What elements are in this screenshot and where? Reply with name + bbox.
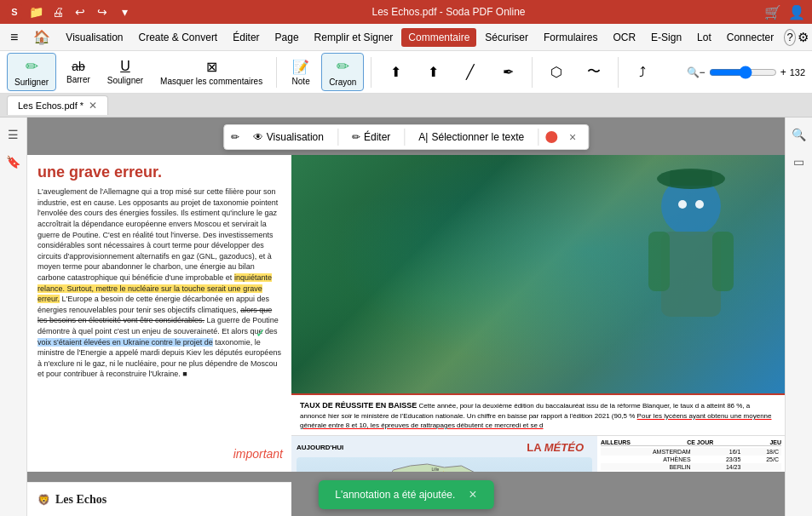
main-area: ☰ 🔖 ✏ 👁 Visualisation ✏ Éditer A| Sélect…	[0, 118, 812, 516]
ann-visualisation-btn[interactable]: 👁 Visualisation	[246, 129, 331, 146]
user-icon[interactable]: 👤	[788, 3, 805, 20]
undo-icon[interactable]: ↩	[72, 3, 89, 20]
ann-sep3	[538, 129, 538, 146]
tab-bar: Les Echos.pdf * ✕	[0, 94, 812, 118]
souligner-tool[interactable]: U Souligner	[101, 55, 150, 89]
menu-securiser[interactable]: Sécuriser	[478, 28, 535, 47]
cart-icon[interactable]: 🛒	[764, 3, 781, 20]
hamburger-menu[interactable]: ≡	[3, 26, 25, 49]
svg-rect-5	[670, 170, 712, 186]
soda-logo[interactable]: S	[7, 4, 22, 20]
city-athens: ATHÈNES	[601, 456, 694, 463]
redo-icon[interactable]: ↪	[94, 3, 111, 20]
crayon-tool[interactable]: ✏ Crayon	[321, 53, 364, 91]
wave-tool[interactable]: 〜	[577, 60, 611, 84]
svg-text:25: 25	[432, 471, 437, 472]
settings-icon[interactable]: ⚙	[798, 29, 809, 46]
important-annotation: important	[233, 446, 283, 463]
menu-create-convert[interactable]: Create & Convert	[132, 28, 225, 47]
ann-select-text-btn[interactable]: A| Sélectionner le texte	[412, 129, 531, 146]
table-row: ATHÈNES 23/35 25/C	[601, 456, 781, 463]
comment-toolbar: ✏ Surligner ab Barrer U Souligner ⊠ Masq…	[0, 51, 812, 94]
article-right-column: TAUX DE RÉUSSITE EN BAISSE Cette année, …	[291, 155, 785, 472]
print-icon[interactable]: 🖨	[49, 3, 66, 20]
souligner-label: Souligner	[107, 76, 143, 85]
menu-page[interactable]: Page	[268, 28, 306, 47]
upload-tool[interactable]: ⤴	[625, 61, 659, 83]
content-area: ✏ 👁 Visualisation ✏ Éditer A| Sélectionn…	[27, 118, 785, 516]
ailleurs-label: AILLEURS	[601, 439, 631, 445]
svg-rect-2	[648, 232, 670, 291]
pages-panel-icon[interactable]: ☰	[3, 124, 24, 145]
surligner-tool[interactable]: ✏ Surligner	[7, 53, 56, 91]
bottom-section: AUJOURD'HUI LA MÉTÉO ☀ ☀ ☀	[291, 435, 785, 472]
article-body-1: L'aveuglement de l'Allemagne qui a trop …	[37, 186, 281, 380]
wave-icon: 〜	[587, 63, 601, 81]
menu-editer[interactable]: Éditer	[226, 28, 266, 47]
ann-sep1	[337, 129, 338, 146]
arrow-tool[interactable]: ⬆	[416, 60, 450, 83]
panel-icon[interactable]: ▭	[789, 152, 809, 172]
today-label: AUJOURD'HUI	[297, 444, 343, 451]
ann-close-button[interactable]: ×	[564, 129, 581, 146]
menu-formulaires[interactable]: Formulaires	[537, 28, 604, 47]
bookmarks-icon[interactable]: 🔖	[3, 152, 24, 172]
toast-close-button[interactable]: ×	[469, 487, 476, 502]
ann-edit-btn[interactable]: ✏ Éditer	[345, 129, 397, 146]
window-title: Les Echos.pdf - Soda PDF Online	[133, 6, 764, 18]
separator3	[532, 57, 533, 88]
note-icon: 📝	[292, 59, 309, 75]
menu-remplir-signer[interactable]: Remplir et Signer	[308, 28, 400, 47]
zoom-controls: 🔍− + 132	[687, 66, 805, 79]
line-tool[interactable]: ╱	[453, 60, 487, 83]
more-icon[interactable]: ▾	[116, 3, 133, 20]
svg-point-6	[678, 200, 687, 209]
jeu-label: JEU	[769, 439, 781, 445]
table-header: AILLEURS CE JOUR JEU	[601, 439, 781, 446]
souligner-icon: U	[120, 59, 130, 74]
city-amsterdam: AMSTERDAM	[601, 448, 694, 456]
left-sidebar: ☰ 🔖	[0, 118, 27, 516]
title-bar-left: S 📁 🖨 ↩ ↪ ▾	[7, 3, 133, 20]
zoom-out-btn[interactable]: 🔍−	[687, 66, 705, 78]
barrer-label: Barrer	[66, 75, 90, 84]
help-icon[interactable]: ?	[784, 29, 796, 46]
barrer-icon: ab	[72, 60, 85, 73]
arrow-icon: ⬆	[428, 64, 439, 80]
menu-lot[interactable]: Lot	[690, 28, 718, 47]
masquer-tool[interactable]: ⊠ Masquer les commentaires	[153, 55, 269, 89]
tab-label: Les Echos.pdf *	[18, 100, 84, 111]
surligner-label: Surligner	[14, 77, 49, 87]
logo-bar: 🦁 Les Echos	[27, 482, 291, 516]
zoom-slider[interactable]	[709, 66, 777, 79]
eraser-tool[interactable]: ⬡	[539, 60, 573, 83]
tab-close-button[interactable]: ✕	[89, 100, 97, 112]
pen-tool[interactable]: ✒	[491, 60, 525, 83]
ann-sep2	[404, 129, 405, 146]
article-news-section: TAUX DE RÉUSSITE EN BAISSE Cette année, …	[291, 393, 785, 435]
strikethrough-text: alors que les besoins en électricité von…	[37, 306, 272, 325]
ann-pencil-icon: ✏	[231, 131, 239, 143]
menu-ocr[interactable]: OCR	[606, 28, 642, 47]
menu-connecter[interactable]: Connecter	[720, 28, 780, 47]
toast-message: L'annotation a été ajoutée.	[335, 489, 455, 501]
les-echos-logo: Les Echos	[55, 493, 107, 507]
france-svg: ☀ ☀ ☀ ☀ ☀ ☀ ⛅ ☀ Lille 25	[297, 457, 592, 472]
document-tab[interactable]: Les Echos.pdf * ✕	[7, 95, 108, 115]
zoom-in-btn[interactable]: +	[780, 66, 786, 78]
menu-esign[interactable]: E-Sign	[644, 28, 688, 47]
barrer-tool[interactable]: ab Barrer	[60, 56, 97, 88]
home-button[interactable]: 🏠	[26, 26, 57, 49]
note-tool[interactable]: 📝 Note	[284, 55, 318, 89]
person-silhouette	[614, 163, 768, 385]
eye-icon: 👁	[253, 131, 263, 143]
search-icon[interactable]: 🔍	[789, 124, 809, 145]
menu-visualisation[interactable]: Visualisation	[59, 28, 130, 47]
city-berlin: BERLIN	[601, 463, 694, 471]
stamp-tool[interactable]: ⬆	[378, 60, 412, 83]
open-icon[interactable]: 📁	[27, 3, 44, 20]
svg-rect-3	[712, 232, 734, 291]
menu-commentaire[interactable]: Commentaire	[401, 28, 476, 47]
ce-jour-label: CE JOUR	[687, 439, 713, 445]
masquer-label: Masquer les commentaires	[160, 77, 262, 86]
